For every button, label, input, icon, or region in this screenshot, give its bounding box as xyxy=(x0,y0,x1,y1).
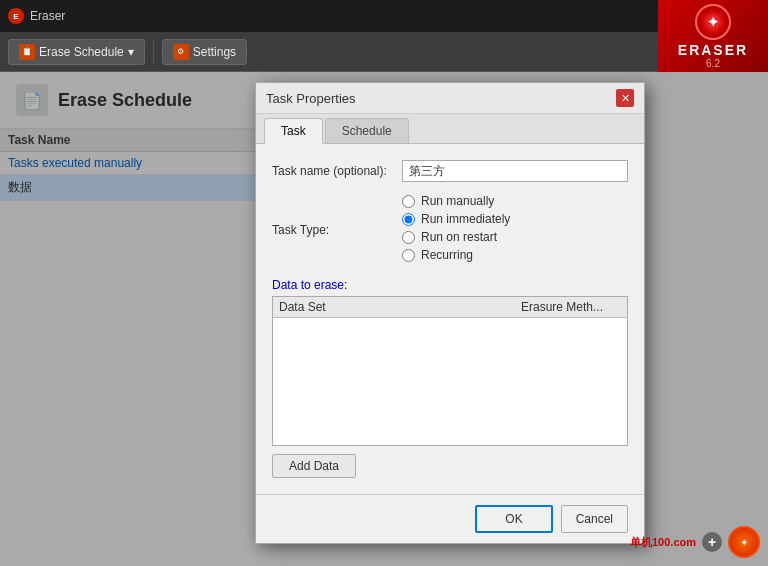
run-on-restart-radio[interactable] xyxy=(402,231,415,244)
dialog-title: Task Properties xyxy=(266,91,356,106)
content-area: 📄 Erase Schedule Task Name Tasks execute… xyxy=(0,72,768,566)
settings-label: Settings xyxy=(193,45,236,59)
dialog-titlebar: Task Properties ✕ xyxy=(256,83,644,114)
logo-text: ERASER xyxy=(678,42,748,58)
dialog-close-button[interactable]: ✕ xyxy=(616,89,634,107)
logo-version: 6.2 xyxy=(706,58,720,69)
task-name-row: Task name (optional): xyxy=(272,160,628,182)
watermark-plus-icon: + xyxy=(702,532,722,552)
erase-schedule-icon: 📋 xyxy=(19,44,35,60)
task-properties-dialog: Task Properties ✕ Task Schedule Task nam… xyxy=(255,82,645,544)
radio-recurring: Recurring xyxy=(402,248,628,262)
dialog-body: Task name (optional): Task Type: Run man… xyxy=(256,144,644,494)
task-name-input[interactable] xyxy=(402,160,628,182)
recurring-radio[interactable] xyxy=(402,249,415,262)
run-manually-label: Run manually xyxy=(421,194,494,208)
erase-schedule-label: Erase Schedule xyxy=(39,45,124,59)
watermark: 单机100.com + ✦ xyxy=(630,526,760,558)
data-to-erase-label: Data to erase: xyxy=(272,278,628,292)
radio-run-on-restart: Run on restart xyxy=(402,230,628,244)
app-title: Eraser xyxy=(30,9,65,23)
data-table[interactable]: Data Set Erasure Meth... xyxy=(272,296,628,446)
toolbar-divider xyxy=(153,40,154,64)
tab-schedule[interactable]: Schedule xyxy=(325,118,409,143)
dropdown-arrow: ▾ xyxy=(128,45,134,59)
run-immediately-radio[interactable] xyxy=(402,213,415,226)
data-table-header: Data Set Erasure Meth... xyxy=(273,297,627,318)
recurring-label: Recurring xyxy=(421,248,473,262)
app-window: E Eraser — □ ✕ 📋 Erase Schedule ▾ ⚙ Sett… xyxy=(0,0,768,566)
cancel-button[interactable]: Cancel xyxy=(561,505,628,533)
data-to-erase-section: Data to erase: Data Set Erasure Meth... … xyxy=(272,278,628,478)
toolbar: 📋 Erase Schedule ▾ ⚙ Settings ✦ ERASER 6… xyxy=(0,32,768,72)
run-manually-radio[interactable] xyxy=(402,195,415,208)
run-on-restart-label: Run on restart xyxy=(421,230,497,244)
run-immediately-label: Run immediately xyxy=(421,212,510,226)
tab-task[interactable]: Task xyxy=(264,118,323,144)
ok-button[interactable]: OK xyxy=(475,505,552,533)
task-type-radio-group: Run manually Run immediately Run on rest… xyxy=(402,194,628,266)
title-bar: E Eraser — □ ✕ xyxy=(0,0,768,32)
watermark-logo-icon: ✦ xyxy=(728,526,760,558)
add-data-button[interactable]: Add Data xyxy=(272,454,356,478)
dialog-tabs: Task Schedule xyxy=(256,114,644,144)
watermark-text: 单机100.com xyxy=(630,535,696,550)
settings-icon: ⚙ xyxy=(173,44,189,60)
logo-area: ✦ ERASER 6.2 xyxy=(658,0,768,72)
settings-button[interactable]: ⚙ Settings xyxy=(162,39,247,65)
task-type-label: Task Type: xyxy=(272,223,402,237)
task-name-label: Task name (optional): xyxy=(272,164,402,178)
dialog-footer: OK Cancel xyxy=(256,494,644,543)
radio-run-immediately: Run immediately xyxy=(402,212,628,226)
erase-schedule-button[interactable]: 📋 Erase Schedule ▾ xyxy=(8,39,145,65)
radio-run-manually: Run manually xyxy=(402,194,628,208)
app-icon: E xyxy=(8,8,24,24)
col-erasure: Erasure Meth... xyxy=(521,300,621,314)
data-table-body xyxy=(273,318,627,438)
task-type-row: Task Type: Run manually Run immediately xyxy=(272,194,628,266)
col-dataset: Data Set xyxy=(279,300,521,314)
logo-icon: ✦ xyxy=(695,4,731,40)
